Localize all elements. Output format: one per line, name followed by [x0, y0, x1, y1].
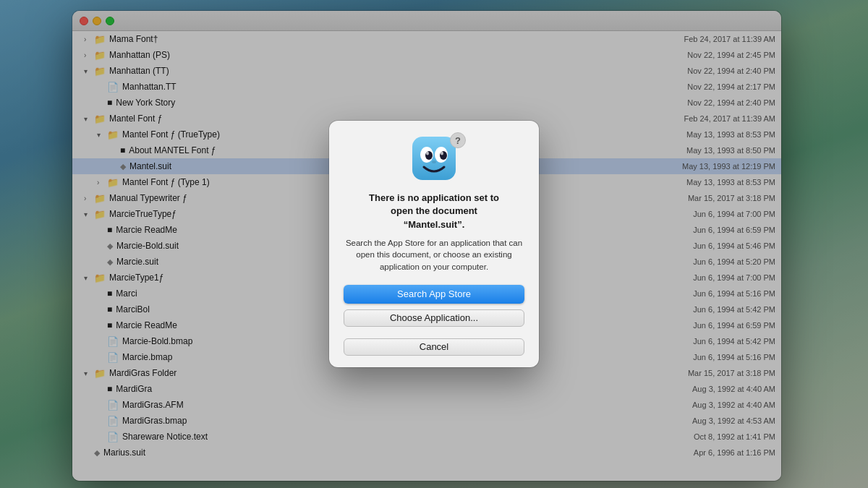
no-app-dialog: ? There is no application set to open th… [329, 121, 539, 367]
dialog-icon-area: ? [411, 135, 457, 184]
help-icon[interactable]: ? [450, 132, 466, 148]
modal-overlay: ? There is no application set to open th… [0, 0, 868, 488]
svg-rect-0 [412, 137, 456, 180]
svg-point-6 [441, 152, 443, 155]
dialog-title: There is no application set to open the … [369, 192, 499, 231]
cancel-button[interactable]: Cancel [344, 338, 524, 356]
search-app-store-button[interactable]: Search App Store [344, 285, 524, 304]
choose-application-button[interactable]: Choose Application... [344, 309, 524, 327]
svg-point-7 [432, 160, 436, 163]
svg-point-5 [426, 152, 429, 155]
dialog-body: Search the App Store for an application … [344, 237, 524, 273]
